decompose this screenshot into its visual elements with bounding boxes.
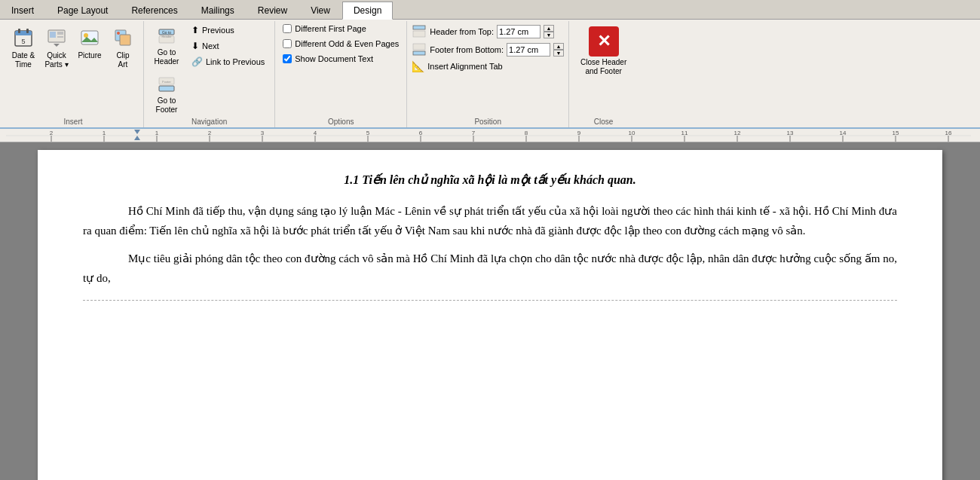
- svg-point-13: [117, 32, 120, 35]
- svg-rect-2: [18, 29, 20, 33]
- svg-text:Footer: Footer: [162, 80, 171, 84]
- quick-parts-icon: [44, 26, 69, 50]
- position-group-label: Position: [412, 118, 564, 127]
- insert-align-icon: 📐: [412, 60, 424, 72]
- tab-design[interactable]: Design: [342, 2, 393, 20]
- header-top-down[interactable]: ▼: [544, 32, 554, 38]
- picture-icon: [78, 26, 102, 50]
- svg-text:Header: Header: [161, 35, 172, 38]
- header-from-top-icon: [412, 24, 427, 39]
- svg-text:4: 4: [314, 130, 317, 136]
- different-first-page-input[interactable]: [283, 24, 292, 33]
- footer-bottom-up[interactable]: ▲: [553, 43, 564, 50]
- svg-text:11: 11: [681, 130, 688, 136]
- svg-text:12: 12: [734, 130, 741, 136]
- header-top-up[interactable]: ▲: [544, 25, 554, 32]
- tab-insert[interactable]: Insert: [0, 2, 45, 19]
- ruler-inner: 2 1 1 2 3 4 5 6 7 8 9 10 11 12 13 14 15 …: [6, 130, 974, 142]
- svg-rect-24: [413, 51, 425, 55]
- header-from-top-label: Header from Top:: [430, 27, 494, 36]
- svg-rect-7: [57, 32, 63, 35]
- paragraph-1: Hồ Chí Minh đã tiếp thu, vận dụng sáng t…: [83, 202, 897, 240]
- tab-bar: Insert Page Layout References Mailings R…: [0, 0, 980, 20]
- tab-page-layout[interactable]: Page Layout: [46, 2, 119, 19]
- clip-art-label: ClipArt: [116, 51, 129, 69]
- options-group-label: Options: [280, 118, 402, 127]
- insert-align-label: Insert Alignment Tab: [427, 62, 502, 71]
- ribbon-group-insert: 5 Date &Time QuickParts ▾: [3, 21, 144, 127]
- picture-button[interactable]: Picture: [74, 23, 106, 63]
- show-document-text-label: Show Document Text: [295, 54, 373, 63]
- footer-from-bottom-label: Footer from Bottom:: [430, 45, 504, 54]
- go-to-footer-button[interactable]: Footer Go toFooter: [149, 71, 185, 118]
- different-odd-even-input[interactable]: [283, 39, 292, 48]
- svg-text:6: 6: [419, 130, 423, 136]
- options-group-content: Different First Page Different Odd & Eve…: [280, 23, 402, 118]
- svg-rect-6: [50, 32, 56, 38]
- ribbon-group-navigation: Go to Header Go toHeader Footer: [144, 21, 275, 127]
- document-page: 1.1 Tiến lên chủ nghĩa xã hội là một tất…: [38, 150, 942, 480]
- date-time-label: Date &Time: [12, 51, 35, 69]
- footer-from-bottom-input[interactable]: [507, 43, 550, 57]
- svg-text:9: 9: [577, 130, 581, 136]
- svg-rect-22: [413, 31, 425, 37]
- footer-dashed-line: [83, 300, 897, 304]
- footer-from-bottom-icon: [412, 42, 427, 57]
- header-from-top-row: Header from Top: ▲ ▼: [412, 24, 564, 39]
- page-body: Hồ Chí Minh đã tiếp thu, vận dụng sáng t…: [83, 202, 897, 288]
- close-header-footer-button[interactable]: ✕ Close Headerand Footer: [574, 23, 633, 80]
- clip-art-icon: [111, 26, 135, 50]
- tab-view[interactable]: View: [299, 2, 341, 19]
- different-first-page-checkbox[interactable]: Different First Page: [280, 23, 402, 35]
- close-header-footer-icon: ✕: [589, 26, 619, 57]
- different-odd-even-label: Different Odd & Even Pages: [295, 39, 399, 48]
- go-to-footer-label: Go toFooter: [156, 96, 178, 115]
- header-from-top-input[interactable]: [497, 25, 541, 38]
- clip-art-button[interactable]: ClipArt: [107, 23, 139, 72]
- quick-parts-label: QuickParts ▾: [44, 51, 68, 69]
- svg-text:15: 15: [893, 130, 899, 136]
- close-group-label: Close: [574, 118, 633, 127]
- svg-rect-19: [159, 86, 174, 91]
- link-to-previous-label: Link to Previous: [206, 57, 265, 66]
- tab-references[interactable]: References: [120, 2, 188, 19]
- previous-button[interactable]: ⬆ Previous: [188, 23, 268, 38]
- go-to-footer-icon: Footer: [156, 74, 177, 95]
- date-time-button[interactable]: 5 Date &Time: [8, 23, 39, 72]
- svg-rect-21: [413, 26, 425, 29]
- footer-bottom-down[interactable]: ▼: [553, 50, 564, 57]
- svg-text:13: 13: [787, 130, 794, 136]
- ribbon: 5 Date &Time QuickParts ▾: [0, 20, 980, 129]
- navigation-group-label: Navigation: [149, 118, 270, 127]
- svg-text:16: 16: [945, 130, 952, 136]
- show-doc-text-input[interactable]: [283, 54, 292, 63]
- svg-text:2: 2: [208, 130, 212, 136]
- header-top-spinner: ▲ ▼: [544, 25, 554, 38]
- svg-rect-23: [413, 44, 425, 50]
- previous-label: Previous: [202, 26, 234, 35]
- go-to-header-icon: Go to Header: [156, 26, 177, 47]
- insert-group-content: 5 Date &Time QuickParts ▾: [8, 23, 139, 118]
- ribbon-group-position: Header from Top: ▲ ▼ Footer from Bott: [407, 21, 569, 127]
- next-label: Next: [202, 41, 219, 50]
- next-nav-icon: ⬇: [191, 41, 199, 51]
- go-to-header-label: Go toHeader: [155, 48, 179, 66]
- show-document-text-checkbox[interactable]: Show Document Text: [280, 53, 402, 65]
- svg-text:10: 10: [629, 130, 635, 136]
- quick-parts-button[interactable]: QuickParts ▾: [41, 23, 72, 72]
- svg-text:7: 7: [472, 130, 476, 136]
- svg-rect-1: [15, 31, 32, 35]
- next-button[interactable]: ⬇ Next: [188, 38, 268, 54]
- tab-mailings[interactable]: Mailings: [190, 2, 246, 19]
- navigation-group-content: Go to Header Go toHeader Footer: [149, 23, 270, 118]
- svg-text:3: 3: [261, 130, 265, 136]
- close-header-footer-label: Close Headerand Footer: [580, 58, 626, 76]
- go-to-header-button[interactable]: Go to Header Go toHeader: [149, 23, 185, 69]
- insert-align-tab-row: 📐 Insert Alignment Tab: [412, 60, 564, 72]
- different-odd-even-checkbox[interactable]: Different Odd & Even Pages: [280, 38, 402, 50]
- svg-text:8: 8: [525, 130, 528, 136]
- paragraph-2: Mục tiêu giải phóng dân tộc theo con đườ…: [83, 249, 897, 288]
- tab-review[interactable]: Review: [247, 2, 299, 19]
- svg-text:1: 1: [155, 130, 159, 136]
- link-to-previous-button[interactable]: 🔗 Link to Previous: [188, 54, 268, 69]
